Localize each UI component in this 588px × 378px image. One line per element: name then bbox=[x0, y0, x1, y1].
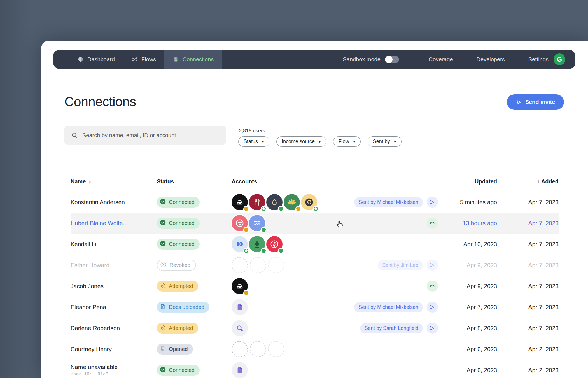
waves-icon[interactable] bbox=[249, 215, 265, 231]
filter-flow[interactable]: Flow▼ bbox=[333, 136, 361, 147]
user-id: User ID: …01c9 bbox=[71, 371, 154, 377]
dot-green-badge bbox=[279, 249, 283, 253]
link-icon[interactable] bbox=[427, 218, 438, 229]
nav-link-coverage[interactable]: Coverage bbox=[417, 56, 465, 63]
status-label: Connected bbox=[169, 367, 195, 373]
cell-status: Attempted bbox=[157, 281, 232, 292]
dot-amber-badge bbox=[244, 228, 248, 232]
filter-sent-by[interactable]: Sent by▼ bbox=[368, 136, 402, 147]
droplet-icon[interactable] bbox=[266, 194, 283, 210]
cell-sentby: Sent by Jim Lee bbox=[356, 260, 438, 271]
cell-name: Courtney Henry bbox=[71, 346, 157, 353]
table-row[interactable]: Courtney HenryOpenedApr 6, 2023Apr 2, 20… bbox=[71, 339, 559, 360]
restaurant-icon[interactable] bbox=[249, 194, 265, 210]
sandbox-toggle[interactable] bbox=[385, 56, 399, 63]
filter-status[interactable]: Status▼ bbox=[238, 136, 269, 147]
status-badge: Connected bbox=[157, 239, 200, 250]
table-row[interactable]: Esther HowardRevokedSent by Jim LeeApr 9… bbox=[71, 255, 559, 276]
cell-sentby: Sent by Sarah Longfield bbox=[356, 323, 438, 334]
runner-icon[interactable] bbox=[266, 236, 283, 252]
doc-icon[interactable] bbox=[232, 362, 248, 378]
table-row[interactable]: Konstantin AndersenConnectedSent by Mich… bbox=[71, 192, 559, 213]
cell-sentby: Sent by Michael Mikkelsen bbox=[356, 197, 438, 208]
name-text: Kendall Li bbox=[71, 241, 154, 248]
cell-name: Name unavailableUser ID: …01c9 bbox=[71, 364, 157, 377]
header-name[interactable]: Name↑↓ bbox=[71, 178, 157, 185]
cell-added: Apr 7, 2023 bbox=[497, 325, 559, 332]
cell-added: Apr 7, 2023 bbox=[497, 199, 559, 206]
check-circle-icon bbox=[159, 240, 166, 248]
status-label: Revoked bbox=[169, 262, 190, 268]
status-label: Opened bbox=[169, 346, 188, 352]
sandbox-mode: Sandbox mode bbox=[343, 56, 399, 63]
table-row[interactable]: Name unavailableUser ID: …01c9ConnectedA… bbox=[71, 360, 559, 378]
ring-green-badge bbox=[262, 207, 266, 211]
search-input[interactable] bbox=[82, 132, 217, 139]
smiley-icon[interactable] bbox=[232, 215, 248, 231]
send-invite-button[interactable]: Send invite bbox=[507, 94, 564, 110]
cell-status: Attempted bbox=[157, 323, 232, 334]
name-link[interactable]: Hubert Blaine Wolfe... bbox=[71, 220, 154, 227]
resend-invite-button[interactable] bbox=[427, 197, 438, 208]
account-placeholder bbox=[268, 257, 284, 273]
cell-added: Apr 7, 2023 bbox=[497, 283, 559, 290]
dashboard-icon bbox=[78, 56, 84, 62]
refresh-icon[interactable] bbox=[301, 194, 317, 210]
cell-name: Esther Howard bbox=[71, 262, 157, 269]
cell-name: Konstantin Andersen bbox=[71, 199, 157, 206]
avatar[interactable]: G bbox=[554, 53, 565, 65]
check-circle-icon bbox=[159, 219, 166, 227]
table-row[interactable]: Kendall LiConnectedApr 10, 2023Apr 7, 20… bbox=[71, 234, 559, 255]
filter-bar: Status▼ Income source▼ Flow▼ Sent by▼ bbox=[238, 136, 402, 147]
table-row[interactable]: Eleanor PenaDocs uploadedSent by Michael… bbox=[71, 297, 559, 318]
header-added[interactable]: ↑↓Added bbox=[497, 178, 559, 185]
search-box bbox=[64, 126, 226, 145]
resend-invite-button[interactable] bbox=[427, 302, 438, 313]
chevron-down-icon: ▼ bbox=[261, 140, 265, 144]
cell-status: Revoked bbox=[157, 260, 232, 271]
venn-icon[interactable] bbox=[232, 236, 248, 252]
filter-income-source[interactable]: Income source▼ bbox=[276, 136, 326, 147]
status-label: Docs uploaded bbox=[169, 304, 204, 310]
car-icon[interactable] bbox=[232, 194, 248, 210]
cell-status: Connected bbox=[157, 239, 232, 250]
status-label: Connected bbox=[169, 241, 195, 247]
table-row[interactable]: Darlene RobertsonAttemptedSent by Sarah … bbox=[71, 318, 559, 339]
nav-link-developers[interactable]: Developers bbox=[465, 56, 517, 63]
name-text: Jacob Jones bbox=[71, 283, 154, 290]
header-status: Status bbox=[157, 178, 232, 185]
x-circle-icon bbox=[160, 261, 167, 269]
tab-connections[interactable]: Connections bbox=[164, 50, 222, 69]
resend-invite-button[interactable] bbox=[427, 323, 438, 334]
cell-updated: Apr 6, 2023 bbox=[438, 346, 497, 353]
car-icon[interactable] bbox=[232, 278, 248, 294]
tab-flows[interactable]: Flows bbox=[123, 50, 164, 69]
resend-invite-button[interactable] bbox=[427, 260, 438, 271]
magnifier-icon[interactable] bbox=[232, 320, 248, 336]
nav-tabs: Dashboard Flows Connections bbox=[53, 50, 222, 69]
account-placeholder bbox=[232, 341, 248, 357]
table-row[interactable]: Hubert Blaine Wolfe...Connected13 hours … bbox=[71, 213, 559, 234]
cell-accounts bbox=[232, 236, 356, 252]
toggle-knob bbox=[385, 56, 393, 63]
cell-added: Apr 7, 2023 bbox=[497, 220, 559, 227]
tree-icon[interactable] bbox=[249, 236, 265, 252]
sent-by-badge: Sent by Michael Mikkelsen bbox=[354, 197, 423, 207]
chevron-down-icon: ▼ bbox=[318, 140, 321, 144]
name-text: Courtney Henry bbox=[71, 346, 154, 353]
doc-icon[interactable] bbox=[232, 299, 248, 315]
send-invite-label: Send invite bbox=[525, 99, 555, 105]
tab-flows-label: Flows bbox=[141, 56, 156, 63]
name-text: Darlene Robertson bbox=[71, 325, 154, 332]
status-label: Attempted bbox=[169, 325, 193, 331]
link-icon[interactable] bbox=[427, 281, 438, 292]
nav-link-settings[interactable]: Settings bbox=[517, 56, 549, 63]
grain-icon[interactable] bbox=[284, 194, 300, 210]
table-row[interactable]: Jacob JonesAttemptedApr 9, 2023Apr 7, 20… bbox=[71, 276, 559, 297]
header-updated[interactable]: ↓Updated bbox=[438, 178, 497, 185]
tab-dashboard[interactable]: Dashboard bbox=[69, 50, 123, 69]
status-badge: Connected bbox=[157, 197, 200, 208]
status-badge: Connected bbox=[157, 218, 200, 229]
connections-table: Name↑↓ Status Accounts ↓Updated ↑↓Added … bbox=[71, 172, 559, 378]
dot-green-badge bbox=[262, 228, 266, 232]
